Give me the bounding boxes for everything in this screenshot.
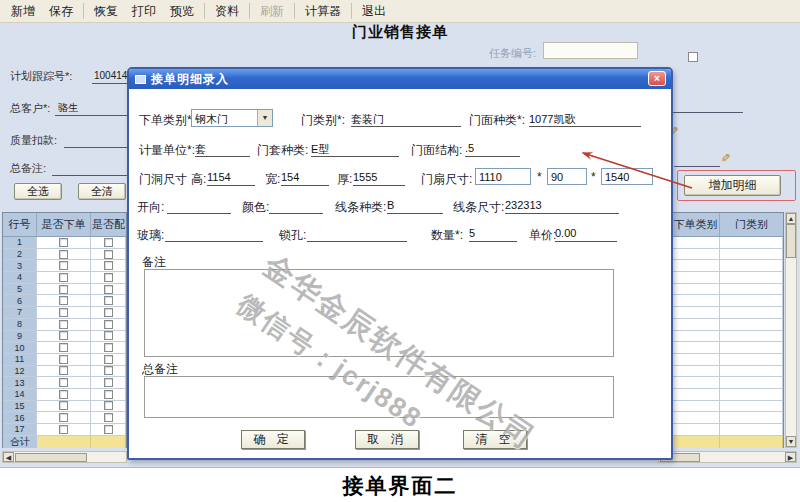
door-category-label: 门类别*: (301, 112, 345, 129)
header-checkbox[interactable] (688, 52, 698, 62)
scrollbar-thumb[interactable] (15, 453, 87, 462)
dialog-title: 接单明细录入 (151, 71, 229, 88)
config-checkbox[interactable] (104, 273, 113, 282)
config-checkbox[interactable] (104, 413, 113, 422)
order-checkbox[interactable] (59, 343, 68, 352)
toolbar-button-exit[interactable]: 退出 (355, 1, 393, 22)
order-checkbox[interactable] (59, 390, 68, 399)
config-checkbox[interactable] (104, 308, 113, 317)
open-direction-field[interactable] (167, 199, 231, 214)
order-checkbox[interactable] (59, 401, 68, 410)
lock-hole-field[interactable] (307, 227, 407, 242)
door-face-type-field[interactable]: 1077凯歌 (529, 112, 641, 127)
order-checkbox[interactable] (59, 425, 68, 434)
task-number-input[interactable] (543, 42, 638, 59)
table-row: 6 (3, 295, 126, 307)
toolbar-button-print[interactable]: 打印 (125, 1, 163, 22)
config-checkbox[interactable] (104, 425, 113, 434)
page-title: 门业销售接单 (300, 23, 500, 42)
toolbar-button-calculator[interactable]: 计算器 (298, 1, 348, 22)
leaf-width-input[interactable] (475, 168, 531, 185)
clear-button[interactable]: 清 空 (463, 430, 527, 449)
order-checkbox[interactable] (59, 296, 68, 305)
config-checkbox[interactable] (104, 331, 113, 340)
config-checkbox[interactable] (104, 285, 113, 294)
order-checkbox[interactable] (59, 238, 68, 247)
scroll-down-icon[interactable]: ▼ (786, 436, 796, 447)
row-number-cell: 2 (3, 249, 37, 260)
quantity-field[interactable]: 5 (469, 227, 517, 242)
toolbar-button-save[interactable]: 保存 (42, 1, 80, 22)
door-category-field[interactable]: 套装门 (351, 112, 461, 127)
field-underline (55, 115, 127, 116)
order-checkbox[interactable] (59, 331, 68, 340)
config-checkbox[interactable] (104, 366, 113, 375)
order-checkbox[interactable] (59, 413, 68, 422)
order-checkbox[interactable] (59, 355, 68, 364)
order-checkbox[interactable] (59, 261, 68, 270)
remark-textarea[interactable] (144, 269, 614, 357)
toolbar-button-data[interactable]: 资料 (208, 1, 246, 22)
order-checkbox[interactable] (59, 308, 68, 317)
config-checkbox[interactable] (104, 250, 113, 259)
config-checkbox[interactable] (104, 390, 113, 399)
face-structure-field[interactable]: .5 (465, 142, 520, 157)
vertical-scrollbar[interactable]: ▲ ▼ (785, 212, 797, 448)
unit-price-field[interactable]: 0.00 (555, 227, 617, 242)
unit-field[interactable]: 套 (195, 142, 250, 157)
table-row: 3 (3, 260, 126, 272)
line-type-field[interactable]: B (387, 199, 443, 214)
table-row: 12 (3, 366, 126, 378)
scroll-left-icon[interactable]: ◀ (3, 452, 14, 462)
width-field[interactable]: 154 (281, 171, 329, 186)
config-checkbox[interactable] (104, 378, 113, 387)
table-row (659, 319, 783, 331)
toolbar-separator (351, 3, 352, 19)
glass-field[interactable] (165, 227, 263, 242)
clear-all-button[interactable]: 全清 (78, 183, 126, 200)
color-field[interactable] (269, 199, 323, 214)
config-checkbox[interactable] (104, 343, 113, 352)
order-category-select[interactable]: 钢木门 ▼ (191, 109, 273, 127)
scroll-right-icon[interactable]: ▶ (785, 452, 796, 462)
line-size-field[interactable]: 232313 (505, 199, 619, 214)
scroll-up-icon[interactable]: ▲ (786, 213, 796, 224)
order-checkbox[interactable] (59, 366, 68, 375)
horizontal-scrollbar-right[interactable]: ▶ (658, 451, 797, 463)
config-checkbox[interactable] (104, 401, 113, 410)
total-row-label: 合计 (3, 436, 37, 448)
order-checkbox[interactable] (59, 320, 68, 329)
select-all-button[interactable]: 全选 (14, 183, 62, 200)
row-number-cell: 8 (3, 319, 37, 330)
cancel-button[interactable]: 取 消 (355, 430, 419, 449)
config-checkbox[interactable] (104, 238, 113, 247)
order-checkbox[interactable] (59, 285, 68, 294)
order-checkbox[interactable] (59, 250, 68, 259)
config-checkbox[interactable] (104, 296, 113, 305)
field-underline (92, 83, 127, 84)
toolbar-button-preview[interactable]: 预览 (163, 1, 201, 22)
config-checkbox[interactable] (104, 355, 113, 364)
config-checkbox[interactable] (104, 261, 113, 270)
frame-type-field[interactable]: E型 (311, 142, 399, 157)
edit-pencil-icon[interactable]: ✎ (718, 153, 732, 163)
config-checkbox[interactable] (104, 320, 113, 329)
thickness-field[interactable]: 1555 (353, 171, 405, 186)
row-number-cell: 15 (3, 401, 37, 412)
chevron-down-icon[interactable]: ▼ (257, 110, 272, 126)
table-row: 7 (3, 307, 126, 319)
row-number-cell: 3 (3, 260, 37, 271)
toolbar-button-restore[interactable]: 恢复 (87, 1, 125, 22)
ok-button[interactable]: 确 定 (241, 430, 305, 449)
order-checkbox[interactable] (59, 378, 68, 387)
height-field[interactable]: 1154 (207, 171, 255, 186)
line-type-label: 线条种类: (335, 199, 386, 216)
dialog-titlebar[interactable]: 接单明细录入 × (129, 69, 671, 89)
toolbar-button-new[interactable]: 新增 (4, 1, 42, 22)
horizontal-scrollbar-left[interactable]: ◀ (2, 451, 127, 463)
close-icon[interactable]: × (648, 71, 666, 86)
right-table-body (659, 237, 783, 436)
scrollbar-thumb[interactable] (786, 224, 796, 258)
order-checkbox[interactable] (59, 273, 68, 282)
total-remark-textarea[interactable] (144, 376, 614, 418)
